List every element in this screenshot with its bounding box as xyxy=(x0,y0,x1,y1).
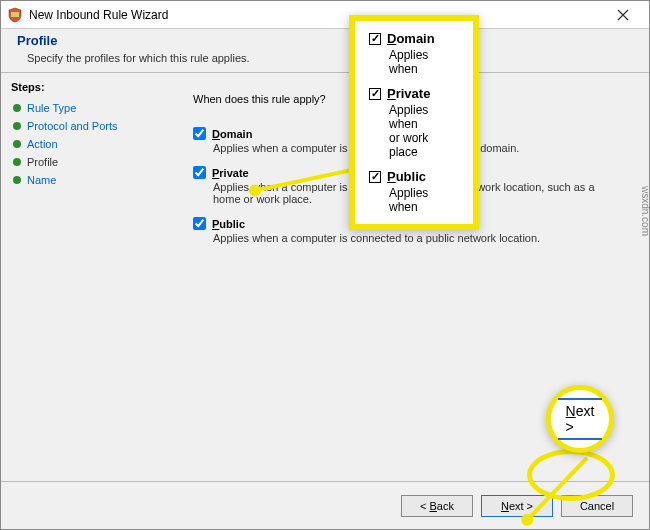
cancel-button[interactable]: Cancel xyxy=(561,495,633,517)
steps-heading: Steps: xyxy=(11,81,161,93)
checkbox-domain-label: Domain xyxy=(212,128,252,140)
page-subtitle: Specify the profiles for which this rule… xyxy=(27,52,633,64)
shield-icon xyxy=(7,7,23,23)
next-button[interactable]: Next > xyxy=(481,495,553,517)
step-rule-type[interactable]: Rule Type xyxy=(11,99,161,117)
annotation-next-callout: Next > xyxy=(546,385,614,453)
back-button[interactable]: < Back xyxy=(401,495,473,517)
page-title: Profile xyxy=(17,33,633,48)
checkbox-private-label: Private xyxy=(212,167,249,179)
bullet-icon xyxy=(13,122,21,130)
step-label: Protocol and Ports xyxy=(27,120,118,132)
step-profile[interactable]: Profile xyxy=(11,153,161,171)
checkbox-private[interactable] xyxy=(193,166,206,179)
window-title: New Inbound Rule Wizard xyxy=(29,8,603,22)
step-name[interactable]: Name xyxy=(11,171,161,189)
watermark: wsxdn.com xyxy=(640,186,650,236)
step-action[interactable]: Action xyxy=(11,135,161,153)
step-label: Rule Type xyxy=(27,102,76,114)
checkbox-public[interactable] xyxy=(193,217,206,230)
bullet-icon xyxy=(13,158,21,166)
wizard-window: New Inbound Rule Wizard Profile Specify … xyxy=(0,0,650,530)
bullet-icon xyxy=(13,176,21,184)
wizard-header: Profile Specify the profiles for which t… xyxy=(1,29,649,72)
step-label: Action xyxy=(27,138,58,150)
wizard-footer: < Back Next > Cancel xyxy=(1,481,649,529)
public-description: Applies when a computer is connected to … xyxy=(213,232,623,244)
step-protocol-and-ports[interactable]: Protocol and Ports xyxy=(11,117,161,135)
checkbox-domain[interactable] xyxy=(193,127,206,140)
step-label: Name xyxy=(27,174,56,186)
steps-sidebar: Steps: Rule Type Protocol and Ports Acti… xyxy=(1,73,171,471)
svg-rect-0 xyxy=(11,12,19,17)
step-label: Profile xyxy=(27,156,58,168)
close-button[interactable] xyxy=(603,1,643,28)
annotation-profiles-callout: ✓Domain Applies when ✓Private Applies wh… xyxy=(349,15,479,230)
bullet-icon xyxy=(13,104,21,112)
titlebar: New Inbound Rule Wizard xyxy=(1,1,649,29)
checkbox-public-label: Public xyxy=(212,218,245,230)
bullet-icon xyxy=(13,140,21,148)
